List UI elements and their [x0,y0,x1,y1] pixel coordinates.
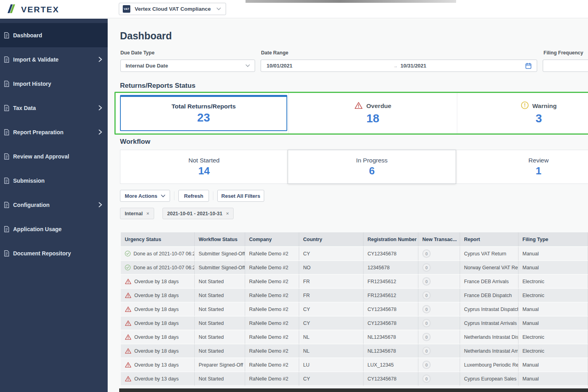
filing-frequency-input[interactable] [543,60,588,72]
cell-country: LU [299,358,364,372]
filter-chip-internal[interactable]: Internal× [120,208,154,219]
table-row[interactable]: Overdue by 18 daysNot StartedRaNelle Dem… [121,317,588,330]
column-header-workflow-status[interactable]: Workflow Status [195,232,245,247]
vat-app-icon: VAT [123,5,130,13]
cell-workflow-status: Preparer Signed-Off [195,358,245,372]
table-row[interactable]: Overdue by 13 daysPreparer Signed-OffRaN… [121,358,588,372]
cell-new-transactions: 0 [418,317,460,330]
card-label: Overdue [366,102,391,110]
returns-status-panel: Total Returns/Reports 23 Overdue 18 Warn… [114,92,588,135]
cell-urgency-status: Done as of 2021-10-07 06:23 pm [121,261,195,275]
sidebar-item-submission[interactable]: Submission [0,168,108,193]
column-header-company[interactable]: Company [245,232,299,247]
cell-new-transactions: 0 [418,330,460,344]
table-row[interactable]: Overdue by 13 daysNot StartedRaNelle Dem… [121,372,588,386]
chevron-right-icon [99,202,102,207]
column-header-urgency-status[interactable]: Urgency Status [121,232,195,247]
sidebar-nav: DashboardImport & ValidateImport History… [0,23,108,265]
sidebar-item-tax-data[interactable]: Tax Data [0,96,108,120]
table-row[interactable]: Done as of 2021-10-07 06:23 pmSubmitter … [121,247,588,261]
sidebar-item-label: Submission [13,178,44,184]
cell-filing-type: Manual [518,317,588,330]
cell-country: CY [299,303,364,317]
table-row[interactable]: Overdue by 18 daysNot StartedRaNelle Dem… [121,303,588,317]
refresh-button[interactable]: Refresh [178,190,209,202]
chip-label: 2021-10-01 - 2021-10-31 [167,211,222,216]
reset-all-filters-button[interactable]: Reset All Filters [217,190,264,202]
cell-registration-number: 12345678 [364,261,418,275]
cell-registration-number: FR12345612 [364,289,418,303]
not-started-card[interactable]: Not Started 14 [120,150,288,183]
workflow-panel: Not Started 14 In Progress 6 Review 1 [120,150,588,184]
document-icon [4,32,10,39]
card-value: 6 [369,165,375,177]
sidebar-item-configuration[interactable]: Configuration [0,193,108,217]
sidebar-item-review-and-approval[interactable]: Review and Approval [0,144,108,168]
cell-urgency-status: Done as of 2021-10-07 06:23 pm [121,247,195,261]
cell-workflow-status: Not Started [195,303,245,317]
video-artifact-bottom [119,388,588,392]
sidebar-item-document-repository[interactable]: Document Repository [0,241,108,265]
column-header-new-transac[interactable]: New Transac... [418,232,460,247]
cell-filing-type: Manual [518,247,588,261]
cell-workflow-status: Not Started [195,372,245,386]
overdue-icon [354,102,363,111]
card-label: Not Started [188,157,219,164]
more-actions-button[interactable]: More Actions [120,190,170,202]
returns-reports-status-heading: Returns/Reports Status [120,82,195,90]
cell-company: RaNelle Demo #2 [245,261,299,275]
sidebar-item-import-history[interactable]: Import History [0,71,108,96]
warning-card[interactable]: Warning 3 [457,93,588,133]
due-date-type-value: Internal Due Date [126,63,168,69]
cell-country: CY [299,372,364,386]
total-returns-reports-card[interactable]: Total Returns/Reports 23 [120,95,287,131]
column-header-report[interactable]: Report [460,232,518,247]
chevron-down-icon [217,8,221,10]
overdue-icon [125,320,132,326]
cell-filing-type: Electronic [518,275,588,289]
card-value: 18 [366,112,379,125]
cell-urgency-status: Overdue by 18 days [121,344,195,358]
cell-registration-number: CY12345678 [364,247,418,261]
filter-chip-2021-10-01-2021-10-31[interactable]: 2021-10-01 - 2021-10-31× [162,208,234,219]
sidebar-item-import-validate[interactable]: Import & Validate [0,47,108,71]
active-filter-chips: Internal×2021-10-01 - 2021-10-31× [120,208,234,219]
cell-report: Cyprus European Sales Listing [460,372,518,386]
overdue-icon [125,334,132,340]
table-row[interactable]: Overdue by 18 daysNot StartedRaNelle Dem… [121,289,588,303]
overdue-card[interactable]: Overdue 18 [288,93,457,133]
cell-report: Luxembourg Periodic Return [460,358,518,372]
sidebar-item-dashboard[interactable]: Dashboard [0,23,108,47]
cell-report: France DEB Dispatch [460,289,518,303]
warning-icon [521,101,529,111]
new-transactions-badge: 0 [422,277,431,286]
cell-new-transactions: 0 [418,372,460,386]
date-range-label: Date Range [261,50,288,56]
column-header-registration-number[interactable]: Registration Number [364,232,418,247]
table-row[interactable]: Overdue by 18 daysNot StartedRaNelle Dem… [121,330,588,344]
cell-company: RaNelle Demo #2 [245,289,299,303]
chevron-right-icon [99,129,102,135]
column-header-filing-type[interactable]: Filing Type [518,232,588,247]
calendar-icon[interactable] [525,63,532,69]
app-switcher-dropdown[interactable]: VAT Vertex Cloud VAT Compliance [119,3,226,15]
cell-registration-number: NL12345678 [364,330,418,344]
in-progress-card[interactable]: In Progress 6 [288,150,456,184]
cell-country: CY [299,317,364,330]
new-transactions-badge: 0 [422,291,431,299]
remove-chip-icon[interactable]: × [226,210,229,216]
cell-country: NL [299,330,364,344]
table-row[interactable]: Overdue by 18 daysNot StartedRaNelle Dem… [121,344,588,358]
table-row[interactable]: Overdue by 18 daysNot StartedRaNelle Dem… [121,275,588,289]
sidebar-item-application-usage[interactable]: Application Usage [0,217,108,241]
column-header-country[interactable]: Country [299,232,364,247]
table-row[interactable]: Done as of 2021-10-07 06:23 pmSubmitter … [121,261,588,275]
cell-report: Cyprus Intrastat Arrivals [460,317,518,330]
sidebar-item-report-preparation[interactable]: Report Preparation [0,120,108,144]
document-icon [4,153,10,160]
card-value: 3 [536,112,542,125]
due-date-type-select[interactable]: Internal Due Date [120,60,255,72]
remove-chip-icon[interactable]: × [146,210,149,216]
date-range-input[interactable]: 10/01/2021 → 10/31/2021 [261,60,537,72]
review-card[interactable]: Review 1 [456,150,588,183]
